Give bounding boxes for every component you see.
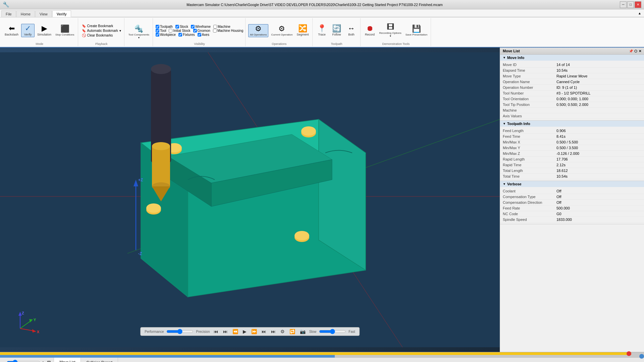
verbose-section: ▼ Verbose Coolant Off Compensation Type … [500,181,644,224]
minimize-button[interactable]: ─ [620,1,627,8]
machine-housing-checkbox-label[interactable]: Machine Housing [213,29,243,33]
trace-button[interactable]: 📍 Trace [315,24,329,37]
table-row: Total Length 18.612 [500,168,644,174]
performance-slider[interactable] [166,329,193,334]
total-time-label: Total Time [500,174,554,179]
wireframe-checkbox[interactable] [191,25,195,28]
toolpath-checkbox-label[interactable]: Toolpath [156,25,173,28]
current-operation-button[interactable]: ⚙ Current Operation [270,24,294,37]
move-info-header[interactable]: ▼ Move Info [500,55,644,61]
initial-stock-checkbox[interactable] [169,29,172,33]
backslash-button[interactable]: ⬅ Backslash [3,24,20,37]
feed-time-label: Feed Time [500,134,554,139]
wireframe-checkbox-label[interactable]: Wireframe [191,25,211,28]
table-row: Rapid Length 17.706 [500,157,644,162]
machine-checkbox-label[interactable]: Machine [213,25,230,28]
verify-button[interactable]: ✓ Verify [21,24,35,37]
zoom-slider[interactable] [7,360,40,362]
table-row: Compensation Direction Off [500,200,644,205]
svg-text:X: X [37,330,40,334]
zoom-out-button[interactable]: − [3,360,5,362]
create-bookmark-button[interactable]: 🔖 Create Bookmark [81,24,122,28]
workpiece-checkbox-label[interactable]: Workpiece [156,33,176,37]
move-info-title: Move Info [507,56,524,60]
axes-checkbox[interactable] [198,33,201,37]
zoom-in-button[interactable]: + [42,360,44,362]
panel-pin-button[interactable]: 📌 [629,49,633,53]
fast-forward-button[interactable]: ⏩ [250,329,258,334]
both-button[interactable]: ↔ Both [345,24,358,37]
stock-checkbox[interactable] [175,25,179,28]
fixtures-checkbox-label[interactable]: Fixtures [178,33,195,37]
machine-housing-checkbox[interactable] [213,29,217,33]
panel-close-button[interactable]: ✕ [639,49,641,53]
maximize-button[interactable]: □ [627,1,634,8]
skip-to-end-button[interactable]: ⏭ [270,329,277,334]
tool-components-group: 🔩 Tool Components ▾ [125,18,153,46]
fixtures-checkbox[interactable] [178,33,182,37]
clear-bookmark-icon: 🚫 [82,34,86,37]
stop-conditions-button[interactable]: ⬛ Stop Conditions [54,24,75,37]
tab-home[interactable]: Home [16,10,35,17]
clear-bookmarks-button[interactable]: 🚫 Clear Bookmarks [81,33,122,38]
follow-button[interactable]: 🔄 Follow [330,24,343,37]
viewport[interactable]: +Z -Z Z Y [0,48,500,352]
move-info-content: Move ID 14 of 14 Elapsed Time 10.54s Mov… [500,61,644,120]
gnomon-checkbox[interactable] [193,29,197,33]
all-operations-button[interactable]: ⚙ All Operations [248,24,268,37]
save-presentation-button[interactable]: 💾 Save Presentation [404,24,429,37]
collapse-ribbon-icon[interactable]: ▲ [638,11,641,15]
close-button[interactable]: ✕ [635,1,641,8]
rewind-button[interactable]: ⏪ [231,329,239,334]
prev-bookmark-button[interactable]: ⏭ [222,329,229,334]
rec-opts-dropdown[interactable]: ▾ [390,35,391,38]
op-name-label: Operation Name [500,79,554,85]
svg-text:Y: Y [34,318,36,322]
svg-point-16 [146,203,161,213]
loop-button[interactable]: 🔁 [288,329,296,334]
table-row: Feed Rate 500.000 [500,205,644,211]
camera-button[interactable]: 📷 [299,329,307,334]
initial-stock-checkbox-label[interactable]: Initial Stock [169,29,190,33]
tool-components-button[interactable]: 🔩 Tool Components ▾ [127,24,151,40]
axes-checkbox-label[interactable]: Axes [198,33,209,37]
speed-slider[interactable] [319,329,346,334]
stock-checkbox-label[interactable]: Stock [175,25,188,28]
next-step-button[interactable]: ⏭ [261,329,267,334]
min-max-y-value: 0.500 / 3.500 [554,145,644,151]
axis-indicator: Z Y X [10,308,44,335]
simulation-button[interactable]: ▶ Simulation [36,24,53,37]
auto-bookmark-icon: 🔖 [82,29,86,33]
tab-collision-report[interactable]: Collision Report [81,358,118,362]
machine-checkbox[interactable] [213,25,217,28]
move-id-value: 14 of 14 [554,62,644,68]
tab-file[interactable]: File [1,10,16,17]
segment-button[interactable]: 🔀 Segment [295,24,310,37]
toolpath-info-header[interactable]: ▼ Toolpath Info [500,121,644,127]
workpiece-checkbox[interactable] [156,33,159,37]
tab-move-list[interactable]: Move List [54,358,81,362]
auto-bookmark-dropdown-icon[interactable]: ▾ [119,29,121,33]
tool-checkbox[interactable] [156,29,159,33]
tool-checkbox-label[interactable]: Tool [156,29,166,33]
table-row: Tool Orientation 0.000; 0.000; 1.000 [500,96,644,102]
filter-button[interactable]: ⚙ [279,329,286,334]
comp-dir-label: Compensation Direction [500,200,554,205]
panel-float-button[interactable]: ⬡ [634,49,637,53]
record-button[interactable]: ⏺ Record [363,24,377,37]
svg-point-18 [294,231,309,240]
gnomon-checkbox-label[interactable]: Gnomon [193,29,210,33]
verbose-header[interactable]: ▼ Verbose [500,181,644,187]
play-button[interactable]: ▶ [242,329,248,334]
table-row: Min/Max Z -0.126 / 2.000 [500,151,644,157]
toolpath-checkbox[interactable] [156,25,159,28]
tab-view[interactable]: View [35,10,52,17]
tool-num-label: Tool Number [500,90,554,96]
auto-bookmark-button[interactable]: 🔖 Automatic Bookmark ▾ [81,28,122,33]
recording-options-button[interactable]: 🎞 Recording Options ▾ [378,23,403,38]
skip-to-start-button[interactable]: ⏮ [213,329,219,334]
tab-verify[interactable]: Verify [52,10,71,17]
svg-marker-30 [18,312,22,316]
toolcomp-dropdown-icon[interactable]: ▾ [138,36,140,39]
fit-button[interactable]: ⊞ [47,360,51,362]
